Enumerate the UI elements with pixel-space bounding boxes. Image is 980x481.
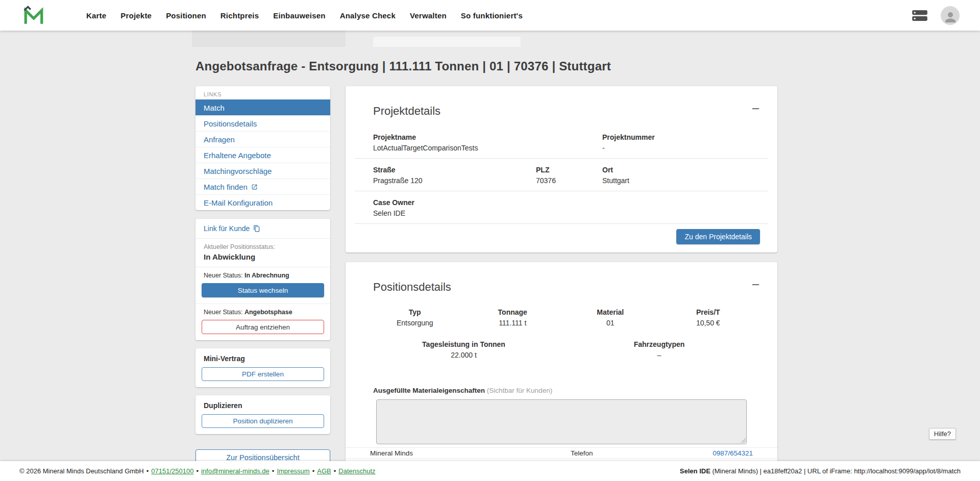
footer-agb-link[interactable]: AGB bbox=[317, 467, 331, 475]
next-status-angebotsphase-block: Neuer Status: Angebotsphase Auftrag entz… bbox=[195, 303, 330, 340]
material-label-hint: (Sichtbar für Kunden) bbox=[487, 387, 552, 394]
customer-link[interactable]: Link für Kunde bbox=[195, 219, 330, 239]
sidebar-item-positionsdetails[interactable]: Positionsdetails bbox=[195, 115, 330, 131]
nav-item-positionen[interactable]: Positionen bbox=[166, 11, 206, 20]
field-value: 70376 bbox=[536, 176, 602, 185]
user-avatar[interactable] bbox=[941, 6, 960, 25]
footer-phone-link[interactable]: 07151/250100 bbox=[151, 467, 193, 475]
person-icon bbox=[943, 10, 958, 25]
position-overview-button[interactable]: Zur Positionsübersicht bbox=[195, 449, 330, 461]
project-row-1: Projektname LotActualTargetComparisonTes… bbox=[346, 126, 777, 158]
next-status-value: Angebotsphase bbox=[244, 309, 292, 316]
footer-impressum-link[interactable]: Impressum bbox=[277, 467, 309, 475]
stat-value: Entsorgung bbox=[366, 319, 464, 327]
stat-label: Tonnage bbox=[464, 308, 562, 316]
sidebar-item-label: E-Mail Konfiguration bbox=[204, 198, 273, 207]
sidebar-item-label: Erhaltene Angebote bbox=[204, 151, 271, 160]
customer-link-label: Link für Kunde bbox=[204, 224, 250, 233]
stat-typ: Typ Entsorgung bbox=[366, 308, 464, 327]
status-switch-button[interactable]: Status wechseln bbox=[202, 283, 324, 297]
field-value: LotActualTargetComparisonTests bbox=[373, 144, 602, 152]
project-details-title: Projektdetails bbox=[346, 86, 777, 126]
project-row-2: Straße Pragstraße 120 PLZ 70376 Ort Stut… bbox=[346, 159, 777, 191]
nav-item-karte[interactable]: Karte bbox=[86, 11, 106, 20]
ort-field: Ort Stuttgart bbox=[602, 166, 750, 185]
sidebar-item-match[interactable]: Match bbox=[195, 99, 330, 115]
next-status-prefix: Neuer Status: bbox=[204, 272, 242, 279]
next-status-value: In Abrechnung bbox=[244, 272, 289, 279]
material-properties-section: Ausgefüllte Materialeigenschaften (Sicht… bbox=[346, 365, 777, 444]
field-label: Projektnummer bbox=[602, 133, 750, 141]
copyright-text: © 2026 Mineral Minds Deutschland GmbH bbox=[19, 467, 144, 475]
projektname-field: Projektname LotActualTargetComparisonTes… bbox=[373, 133, 602, 152]
phone-link[interactable]: 0987/654321 bbox=[713, 449, 753, 457]
withdraw-order-button[interactable]: Auftrag entziehen bbox=[202, 320, 324, 334]
bullet-separator: • bbox=[196, 467, 199, 475]
server-rows-icon[interactable] bbox=[912, 10, 927, 21]
sidebar-item-email-konfiguration[interactable]: E-Mail Konfiguration bbox=[195, 194, 330, 210]
collapse-icon[interactable]: – bbox=[752, 102, 759, 114]
sidebar-item-erhaltene-angebote[interactable]: Erhaltene Angebote bbox=[195, 147, 330, 163]
links-header: LINKS bbox=[195, 86, 330, 99]
links-card: LINKS Match Positionsdetails Anfragen Er… bbox=[195, 86, 330, 210]
nav-item-einbauweisen[interactable]: Einbauweisen bbox=[273, 11, 325, 20]
nav-item-so-funktionierts[interactable]: So funktioniert's bbox=[461, 11, 523, 20]
status-card: Link für Kunde Aktueller Positionsstatus… bbox=[195, 219, 330, 340]
page-body: Angebotsanfrage - Entsorgung | 111.111 T… bbox=[0, 31, 980, 461]
footer-session-info: Selen IDE (Mineral Minds) | ea18feff20a2… bbox=[680, 467, 961, 475]
sidebar-item-matchingvorschlaege[interactable]: Matchingvorschläge bbox=[195, 163, 330, 179]
phone-label: Telefon bbox=[571, 449, 688, 457]
next-status-abrechnung-block: Neuer Status: In Abrechnung Status wechs… bbox=[195, 267, 330, 303]
sidebar-item-label: Anfragen bbox=[204, 135, 235, 144]
resize-handle-icon[interactable] bbox=[741, 438, 746, 443]
collapse-icon[interactable]: – bbox=[752, 277, 759, 290]
sidebar-item-label: Matchingvorschläge bbox=[204, 167, 272, 175]
sidebar-item-match-finden[interactable]: Match finden bbox=[195, 179, 330, 194]
position-details-title: Positionsdetails bbox=[346, 262, 777, 302]
footer: © 2026 Mineral Minds Deutschland GmbH • … bbox=[0, 461, 980, 481]
next-status-line: Neuer Status: In Abrechnung bbox=[204, 272, 322, 279]
stat-tonnage: Tonnage 111.111 t bbox=[464, 308, 562, 327]
duplicate-position-button[interactable]: Position duplizieren bbox=[202, 414, 324, 428]
top-navbar: Karte Projekte Positionen Richtpreis Ein… bbox=[0, 0, 980, 31]
pdf-create-button[interactable]: PDF erstellen bbox=[202, 367, 324, 381]
navbar-right bbox=[912, 6, 960, 25]
field-label: Projektname bbox=[373, 133, 602, 141]
clipped-element-left bbox=[192, 31, 346, 47]
mini-contract-card: Mini-Vertrag PDF erstellen bbox=[195, 348, 330, 387]
field-label: Straße bbox=[373, 166, 536, 174]
nav-item-projekte[interactable]: Projekte bbox=[120, 11, 152, 20]
footer-user-name: Selen IDE bbox=[680, 467, 710, 475]
nav-item-verwalten[interactable]: Verwalten bbox=[410, 11, 447, 20]
sidebar: LINKS Match Positionsdetails Anfragen Er… bbox=[195, 86, 330, 461]
field-value: Selen IDE bbox=[373, 209, 602, 217]
footer-email-link[interactable]: info@mineral-minds.de bbox=[201, 467, 270, 475]
field-label: Ort bbox=[602, 166, 750, 174]
sidebar-item-anfragen[interactable]: Anfragen bbox=[195, 131, 330, 147]
field-value: Stuttgart bbox=[602, 176, 750, 185]
position-stats-row: Typ Entsorgung Tonnage 111.111 t Materia… bbox=[346, 302, 777, 333]
main-content: Projektdetails – Projektname LotActualTa… bbox=[346, 86, 777, 461]
nav-item-analyse-check[interactable]: Analyse Check bbox=[340, 11, 396, 20]
stat-label: Preis/T bbox=[659, 308, 757, 316]
page-title: Angebotsanfrage - Entsorgung | 111.111 T… bbox=[195, 59, 611, 73]
field-value: - bbox=[602, 144, 750, 152]
footer-session-text: (Mineral Minds) | ea18feff20a2 | URL of … bbox=[710, 467, 961, 475]
bullet-separator: • bbox=[312, 467, 315, 475]
material-properties-textarea[interactable] bbox=[376, 399, 747, 444]
nav-item-richtpreis[interactable]: Richtpreis bbox=[220, 11, 259, 20]
footer-datenschutz-link[interactable]: Datenschutz bbox=[338, 467, 375, 475]
sidebar-item-label: Positionsdetails bbox=[204, 119, 257, 128]
project-button-row: Zu den Projektdetails bbox=[346, 224, 777, 252]
stat-value: – bbox=[561, 351, 757, 359]
footer-left: © 2026 Mineral Minds Deutschland GmbH • … bbox=[19, 467, 376, 475]
duplicate-title: Duplizieren bbox=[204, 401, 322, 410]
clipped-element-right bbox=[373, 37, 521, 47]
mineral-minds-logo-icon[interactable] bbox=[23, 5, 44, 26]
current-status-value: In Abwicklung bbox=[204, 252, 322, 261]
next-status-line: Neuer Status: Angebotsphase bbox=[204, 309, 322, 316]
help-button[interactable]: Hilfe? bbox=[929, 428, 956, 440]
to-project-details-button[interactable]: Zu den Projektdetails bbox=[676, 229, 760, 244]
stat-material: Material 01 bbox=[561, 308, 659, 327]
bullet-separator: • bbox=[146, 467, 149, 475]
